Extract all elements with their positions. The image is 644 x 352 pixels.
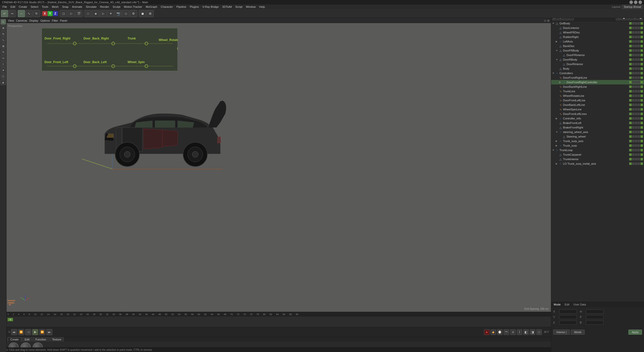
obj-dot-3[interactable] bbox=[637, 126, 640, 129]
h-value-input[interactable] bbox=[586, 310, 603, 314]
obj-dot-2[interactable] bbox=[635, 149, 637, 151]
obj-dot-3[interactable] bbox=[637, 149, 640, 151]
obj-dot-3[interactable] bbox=[637, 162, 640, 165]
obj-dot-3[interactable] bbox=[637, 131, 640, 133]
move-tool-left[interactable]: ⊕ bbox=[1, 25, 6, 31]
move-tool[interactable]: ↔ bbox=[18, 10, 25, 17]
obj-dot-3[interactable] bbox=[637, 135, 640, 138]
obj-dot-1[interactable] bbox=[632, 122, 634, 124]
obj-expand-arrow[interactable]: ▶ bbox=[556, 140, 559, 142]
obj-dot-0[interactable] bbox=[629, 90, 632, 93]
obj-dot-2[interactable] bbox=[635, 113, 637, 115]
render-view[interactable]: ▷ bbox=[68, 10, 75, 17]
obj-dot-3[interactable] bbox=[637, 81, 640, 83]
menu-simulate[interactable]: Simulate bbox=[84, 5, 98, 9]
obj-dot-0[interactable] bbox=[629, 126, 632, 129]
obj-dot-0[interactable] bbox=[629, 153, 632, 156]
go-to-start-button[interactable]: ⏮ bbox=[11, 329, 17, 335]
object-row-brakefrontleft[interactable]: △BrakeFrontLeft bbox=[551, 121, 644, 125]
timeline-button[interactable]: ≡ bbox=[510, 329, 516, 335]
obj-dot-3[interactable] bbox=[637, 49, 640, 52]
obj-dot-3[interactable] bbox=[637, 158, 640, 160]
obj-expand-arrow[interactable]: ▶ bbox=[556, 40, 559, 43]
play-button[interactable]: ▶ bbox=[32, 329, 38, 335]
obj-dot-2[interactable] bbox=[635, 31, 637, 34]
obj-dot-1[interactable] bbox=[632, 131, 634, 133]
x-axis-button[interactable]: X bbox=[42, 11, 47, 16]
undo-button[interactable]: ↩ bbox=[1, 10, 8, 17]
obj-expand-arrow[interactable]: ▶ bbox=[556, 144, 559, 147]
obj-dot-2[interactable] bbox=[635, 27, 637, 29]
obj-dot-1[interactable] bbox=[632, 81, 634, 83]
object-row-controllers[interactable]: ▼○Controllers bbox=[551, 71, 644, 75]
obj-dot-2[interactable] bbox=[635, 117, 637, 120]
obj-dot-0[interactable] bbox=[629, 40, 632, 43]
interior-button[interactable]: Interior | bbox=[553, 330, 570, 335]
obj-dot-2[interactable] bbox=[635, 40, 637, 43]
obj-dot-2[interactable] bbox=[635, 158, 637, 160]
obj-dot-2[interactable] bbox=[635, 153, 637, 156]
obj-dot-2[interactable] bbox=[635, 67, 637, 70]
obj-expand-arrow[interactable]: ▼ bbox=[556, 49, 559, 52]
obj-dot-3[interactable] bbox=[637, 63, 640, 65]
object-row-doorfrontleftline[interactable]: ∿DoorFrontLeftLine bbox=[551, 98, 644, 103]
obj-dot-0[interactable] bbox=[629, 162, 632, 165]
obj-dot-0[interactable] bbox=[629, 144, 632, 147]
obj-dot-1[interactable] bbox=[632, 67, 634, 70]
obj-dot-0[interactable] bbox=[629, 76, 632, 79]
step-back-button[interactable]: ⏪ bbox=[18, 329, 24, 335]
step-forward-button[interactable]: ⏩ bbox=[39, 329, 45, 335]
playback-icon-2[interactable]: ◨ bbox=[530, 329, 535, 335]
obj-dot-0[interactable] bbox=[629, 81, 632, 83]
object-row-doorfrbody[interactable]: ▼△DoorFRBody bbox=[551, 48, 644, 53]
obj-dot-3[interactable] bbox=[637, 153, 640, 156]
render-region[interactable]: ◻ bbox=[60, 10, 67, 17]
vp-icon-2[interactable]: ⊞ bbox=[547, 19, 549, 22]
obj-dot-2[interactable] bbox=[635, 54, 637, 56]
obj-dot-1[interactable] bbox=[632, 135, 634, 138]
magnet-tool[interactable]: ✦ bbox=[1, 67, 6, 73]
menu-mograph[interactable]: MoGraph bbox=[144, 5, 159, 9]
viewport-layout[interactable]: ⊞ bbox=[147, 10, 154, 17]
obj-dot-3[interactable] bbox=[637, 140, 640, 142]
vp-icon-1[interactable]: ⊙ bbox=[544, 19, 546, 22]
obj-dot-3[interactable] bbox=[637, 99, 640, 102]
b-value-input[interactable] bbox=[586, 321, 603, 325]
obj-expand-arrow[interactable]: ▼ bbox=[552, 72, 555, 74]
obj-dot-2[interactable] bbox=[635, 49, 637, 52]
object-row-wheelspinline[interactable]: ∿WheelSpinLine bbox=[551, 107, 644, 112]
obj-dot-1[interactable] bbox=[632, 49, 634, 52]
obj-dot-3[interactable] bbox=[637, 117, 640, 120]
object-row-rubberright[interactable]: △RubberRight bbox=[551, 35, 644, 39]
obj-dot-0[interactable] bbox=[629, 45, 632, 47]
obj-expand-arrow[interactable]: ▶ bbox=[559, 81, 562, 83]
obj-dot-3[interactable] bbox=[637, 90, 640, 93]
obj-dot-3[interactable] bbox=[637, 76, 640, 79]
y-value-input[interactable] bbox=[559, 315, 577, 319]
obj-dot-1[interactable] bbox=[632, 85, 634, 88]
vp-options-menu[interactable]: Options bbox=[40, 19, 50, 22]
obj-dot-0[interactable] bbox=[629, 135, 632, 138]
obj-dot-1[interactable] bbox=[632, 90, 634, 93]
obj-dot-2[interactable] bbox=[635, 90, 637, 93]
obj-dot-1[interactable] bbox=[632, 40, 634, 43]
obj-dot-0[interactable] bbox=[629, 49, 632, 52]
attr-tab-edit[interactable]: Edit bbox=[563, 303, 571, 306]
object-row-controller_info[interactable]: ▶○Controller_info bbox=[551, 116, 644, 121]
generator-tool[interactable]: ⚙ bbox=[130, 10, 137, 17]
record-button[interactable]: ● bbox=[484, 329, 490, 335]
obj-dot-3[interactable] bbox=[637, 144, 640, 147]
obj-dot-3[interactable] bbox=[637, 108, 640, 111]
obj-dot-2[interactable] bbox=[635, 144, 637, 147]
menu-window[interactable]: Window bbox=[244, 5, 257, 9]
p-value-input[interactable] bbox=[586, 315, 603, 319]
object-row-trunkinterior[interactable]: △TrunkInterior bbox=[551, 157, 644, 161]
obj-expand-arrow[interactable]: ▼ bbox=[556, 131, 559, 133]
menu-v-ray-bridge[interactable]: V-Ray Bridge bbox=[201, 5, 220, 9]
object-row-doorbackrightline[interactable]: ∿DoorBackRightLine bbox=[551, 84, 644, 89]
object-row-steering_wheel[interactable]: △Steering_wheel bbox=[551, 134, 644, 139]
object-row-doorrinterior[interactable]: △DoorRInterior bbox=[551, 62, 644, 66]
obj-dot-2[interactable] bbox=[635, 131, 637, 133]
vp-display-menu[interactable]: Display bbox=[29, 19, 38, 22]
obj-dot-3[interactable] bbox=[637, 95, 640, 97]
